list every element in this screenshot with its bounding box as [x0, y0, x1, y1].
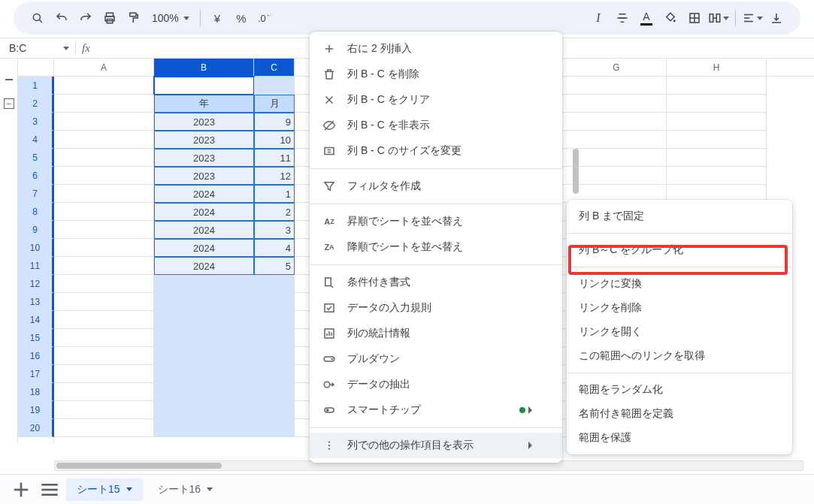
cell[interactable]: [667, 77, 767, 95]
cell[interactable]: 9: [254, 113, 295, 131]
menu-more-column-actions[interactable]: 列での他の操作項目を表示: [310, 433, 562, 458]
cell[interactable]: [154, 347, 254, 365]
submenu-get-link[interactable]: この範囲へのリンクを取得: [567, 344, 792, 368]
cell[interactable]: [254, 329, 295, 347]
menu-conditional-format[interactable]: 条件付き書式: [310, 270, 562, 295]
menu-hide-columns[interactable]: 列 B - C を非表示: [310, 113, 562, 138]
cell[interactable]: [567, 77, 667, 95]
cell[interactable]: [54, 401, 154, 419]
submenu-freeze[interactable]: 列 B まで固定: [567, 204, 792, 228]
cell[interactable]: [254, 401, 295, 419]
cell[interactable]: [54, 221, 154, 239]
valign-button[interactable]: [766, 8, 787, 29]
submenu-randomize-range[interactable]: 範囲をランダム化: [567, 378, 792, 402]
row-header[interactable]: 16: [18, 347, 54, 365]
row-header[interactable]: 14: [18, 311, 54, 329]
undo-button[interactable]: [51, 8, 72, 29]
cell[interactable]: [667, 149, 767, 167]
col-header-h[interactable]: H: [667, 59, 767, 76]
zoom-select[interactable]: 100%: [147, 12, 194, 24]
cell[interactable]: [254, 293, 295, 311]
text-color-button[interactable]: A: [636, 8, 657, 29]
row-header[interactable]: 7: [18, 185, 54, 203]
menu-data-extract[interactable]: データの抽出: [310, 372, 562, 397]
submenu-convert-to-link[interactable]: リンクに変換: [567, 272, 792, 296]
cell[interactable]: [567, 113, 667, 131]
row-header[interactable]: 17: [18, 365, 54, 383]
cell[interactable]: [54, 113, 154, 131]
borders-button[interactable]: [684, 8, 705, 29]
cell[interactable]: [54, 347, 154, 365]
redo-button[interactable]: [75, 8, 96, 29]
cell[interactable]: [154, 311, 254, 329]
col-header-g[interactable]: G: [567, 59, 667, 76]
submenu-remove-link[interactable]: リンクを削除: [567, 296, 792, 320]
cell[interactable]: [54, 257, 154, 275]
cell[interactable]: [154, 401, 254, 419]
submenu-open-link[interactable]: リンクを開く: [567, 320, 792, 344]
row-header[interactable]: 13: [18, 293, 54, 311]
row-header[interactable]: 12: [18, 275, 54, 293]
cell[interactable]: [154, 77, 254, 95]
align-button[interactable]: [742, 8, 763, 29]
row-header[interactable]: 18: [18, 383, 54, 401]
menu-data-validation[interactable]: データの入力規則: [310, 295, 562, 321]
merge-button[interactable]: [708, 8, 729, 29]
menu-sort-asc[interactable]: AZ昇順でシートを並べ替え: [310, 209, 562, 234]
cell[interactable]: [667, 95, 767, 113]
row-header[interactable]: 4: [18, 131, 54, 149]
cell[interactable]: [567, 95, 667, 113]
cell[interactable]: [567, 167, 667, 185]
fill-color-button[interactable]: [660, 8, 681, 29]
cell[interactable]: [667, 167, 767, 185]
menu-create-filter[interactable]: フィルタを作成: [310, 174, 562, 199]
cell[interactable]: [54, 311, 154, 329]
cell[interactable]: 2024: [154, 221, 254, 239]
menu-resize-columns[interactable]: 列 B - C のサイズを変更: [310, 138, 562, 164]
currency-button[interactable]: ¥: [207, 8, 228, 29]
row-header[interactable]: 20: [18, 419, 54, 437]
row-header[interactable]: 5: [18, 149, 54, 167]
cell[interactable]: [567, 149, 667, 167]
cell[interactable]: [667, 131, 767, 149]
sheet-tab[interactable]: シート16: [147, 478, 224, 501]
cell[interactable]: [154, 329, 254, 347]
cell[interactable]: 12: [254, 167, 295, 185]
cell[interactable]: [154, 365, 254, 383]
decrease-decimal-button[interactable]: .0←: [255, 8, 276, 29]
cell[interactable]: [154, 419, 254, 437]
cell[interactable]: 4: [254, 239, 295, 257]
select-all-corner[interactable]: [18, 59, 53, 77]
cell[interactable]: 1: [254, 185, 295, 203]
cell[interactable]: 2: [254, 203, 295, 221]
cell[interactable]: [254, 419, 295, 437]
submenu-group-columns[interactable]: 列 B～C をグループ化: [567, 238, 792, 262]
cell[interactable]: [254, 365, 295, 383]
strikethrough-button[interactable]: [612, 8, 633, 29]
cell[interactable]: [54, 167, 154, 185]
row-header[interactable]: 9: [18, 221, 54, 239]
cell[interactable]: [154, 275, 254, 293]
menu-delete-columns[interactable]: 列 B - C を削除: [310, 62, 562, 87]
cell[interactable]: [154, 293, 254, 311]
italic-button[interactable]: I: [588, 8, 609, 29]
submenu-protect-range[interactable]: 範囲を保護: [567, 426, 792, 450]
sheet-tab-active[interactable]: シート15: [66, 478, 143, 501]
cell[interactable]: [54, 149, 154, 167]
cell[interactable]: [54, 365, 154, 383]
cell[interactable]: 3: [254, 221, 295, 239]
cell[interactable]: [254, 383, 295, 401]
cell[interactable]: 2023: [154, 131, 254, 149]
cell[interactable]: [254, 347, 295, 365]
scrollbar-thumb[interactable]: [56, 463, 222, 469]
menu-sort-desc[interactable]: ZA降順でシートを並べ替え: [310, 234, 562, 260]
cell[interactable]: [254, 275, 295, 293]
menu-clear-columns[interactable]: 列 B - C をクリア: [310, 87, 562, 113]
cell[interactable]: 月: [254, 95, 295, 113]
row-header[interactable]: 1: [18, 77, 54, 95]
col-header-a[interactable]: A: [54, 59, 154, 76]
group-collapse-button[interactable]: −: [4, 98, 14, 109]
cell[interactable]: [54, 383, 154, 401]
search-icon[interactable]: [27, 8, 48, 29]
cell[interactable]: 10: [254, 131, 295, 149]
